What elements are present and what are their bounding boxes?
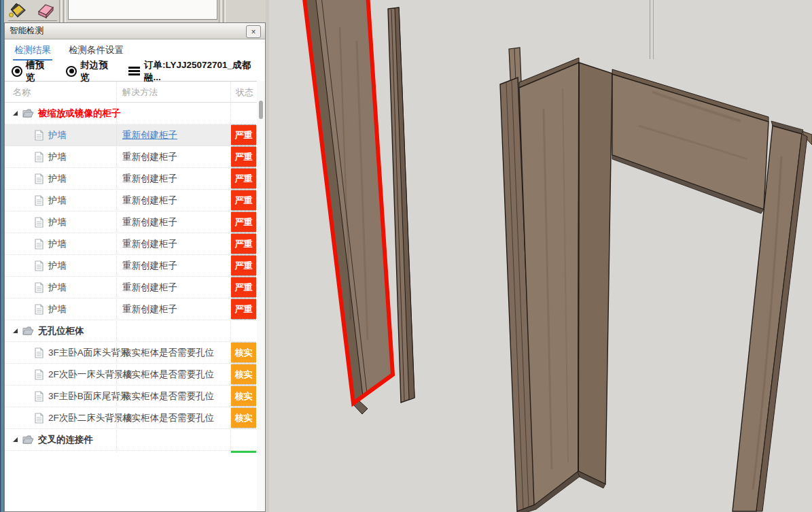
table-row[interactable]: 3F主卧B面床尾背景核实柜体是否需要孔位核实 bbox=[5, 386, 257, 407]
status-badge: 严重 bbox=[231, 124, 256, 146]
solution-action[interactable]: 核实柜体是否需要孔位 bbox=[122, 407, 230, 428]
document-icon bbox=[35, 217, 43, 228]
top-toolbar bbox=[4, 0, 269, 22]
table-row[interactable]: 护墙重新创建柜子严重 bbox=[5, 124, 257, 146]
table-row[interactable]: 3F主卧A面床头背景核实柜体是否需要孔位核实 bbox=[5, 342, 257, 364]
group-name: 被缩放或镜像的柜子 bbox=[38, 107, 121, 120]
document-icon bbox=[35, 173, 43, 184]
solution-action[interactable]: 重新创建柜子 bbox=[122, 255, 230, 276]
folder-icon bbox=[22, 109, 34, 118]
status-badge: 严重 bbox=[231, 146, 256, 167]
item-name: 3F主卧A面床头背景 bbox=[48, 347, 129, 359]
table-row[interactable]: 2F次卧二床头背景墙核实柜体是否需要孔位核实 bbox=[5, 407, 257, 429]
document-icon bbox=[35, 152, 43, 163]
column-header-solution: 解决方法 bbox=[122, 86, 158, 99]
group-row[interactable]: 无孔位柜体 bbox=[5, 320, 257, 342]
solution-action[interactable]: 重新创建柜子 bbox=[122, 146, 230, 167]
scrollbar-track[interactable] bbox=[257, 81, 265, 511]
toolbar-divider bbox=[8, 20, 57, 21]
status-badge: 严重 bbox=[231, 233, 256, 254]
solution-action[interactable]: 重新创建柜子 bbox=[122, 211, 230, 233]
next-status-green-marker bbox=[231, 451, 256, 453]
solution-action[interactable]: 重新创建柜子 bbox=[122, 124, 230, 146]
tab-bar: 检测结果 检测条件设置 bbox=[5, 40, 265, 61]
table-row[interactable]: 护墙重新创建柜子严重 bbox=[5, 211, 257, 233]
order-menu[interactable]: 订单:LYJJ25072701_成都融... bbox=[128, 59, 265, 84]
toolbar-groove bbox=[219, 0, 222, 22]
column-separator bbox=[116, 81, 117, 452]
group-row[interactable]: 被缩放或镜像的柜子 bbox=[5, 103, 257, 124]
table-row[interactable]: 护墙重新创建柜子严重 bbox=[5, 146, 257, 168]
table-header: 名称 解决方法 状态 bbox=[5, 81, 257, 103]
viewport-3d-canvas[interactable] bbox=[269, 0, 812, 512]
folder-icon bbox=[22, 326, 34, 335]
item-name: 2F次卧二床头背景墙 bbox=[48, 412, 133, 424]
viewport-3d[interactable] bbox=[269, 0, 812, 512]
status-badge: 严重 bbox=[231, 168, 256, 189]
status-badge: 核实 bbox=[231, 342, 256, 363]
solution-action[interactable]: 重新创建柜子 bbox=[122, 168, 230, 189]
group-row[interactable]: 交叉的连接件 bbox=[5, 429, 257, 451]
panel-title: 智能检测 bbox=[10, 25, 43, 37]
name-cell: 被缩放或镜像的柜子 bbox=[5, 103, 124, 124]
solution-action[interactable]: 重新创建柜子 bbox=[122, 277, 230, 298]
document-icon bbox=[35, 239, 43, 250]
tree-expand-icon[interactable] bbox=[13, 328, 18, 333]
table-row[interactable]: 护墙重新创建柜子严重 bbox=[5, 277, 257, 298]
item-name: 护墙 bbox=[48, 173, 67, 185]
item-name: 护墙 bbox=[48, 194, 67, 207]
paint-bucket-icon[interactable] bbox=[7, 1, 30, 20]
panel-titlebar[interactable]: 智能检测 × bbox=[5, 23, 265, 39]
table-row[interactable]: 护墙重新创建柜子严重 bbox=[5, 168, 257, 190]
item-name: 护墙 bbox=[48, 303, 67, 315]
document-icon bbox=[35, 195, 43, 206]
solution-action[interactable]: 核实柜体是否需要孔位 bbox=[122, 364, 230, 385]
document-icon bbox=[35, 391, 43, 402]
radio-preview-icon bbox=[66, 66, 77, 77]
edge-preview-button[interactable]: 封边预览 bbox=[66, 59, 116, 84]
status-badge: 核实 bbox=[231, 364, 256, 385]
tree-expand-icon[interactable] bbox=[13, 437, 18, 442]
item-name: 护墙 bbox=[48, 281, 67, 294]
column-header-name: 名称 bbox=[13, 86, 31, 99]
status-badge: 严重 bbox=[231, 190, 256, 211]
document-icon bbox=[35, 130, 43, 141]
radio-preview-icon bbox=[12, 66, 22, 77]
corner-assembly-3d[interactable] bbox=[500, 48, 612, 512]
solution-action[interactable]: 核实柜体是否需要孔位 bbox=[122, 342, 230, 363]
group-name: 无孔位柜体 bbox=[38, 325, 84, 337]
solution-action[interactable]: 重新创建柜子 bbox=[122, 298, 230, 320]
table-row[interactable]: 护墙重新创建柜子严重 bbox=[5, 190, 257, 211]
document-icon bbox=[35, 347, 43, 358]
status-badge: 严重 bbox=[231, 298, 256, 320]
tree-expand-icon[interactable] bbox=[13, 111, 18, 116]
table-row[interactable]: 护墙重新创建柜子严重 bbox=[5, 255, 257, 277]
toolbar-groove bbox=[223, 0, 226, 22]
solution-action[interactable]: 重新创建柜子 bbox=[122, 233, 230, 254]
solution-action[interactable]: 重新创建柜子 bbox=[122, 190, 230, 211]
document-icon bbox=[35, 413, 43, 424]
column-header-status: 状态 bbox=[236, 86, 253, 99]
item-name: 2F次卧一床头背景墙 bbox=[48, 369, 133, 381]
group-name: 交叉的连接件 bbox=[38, 434, 93, 446]
toolbar-panel bbox=[68, 0, 217, 20]
table-row[interactable]: 护墙重新创建柜子严重 bbox=[5, 233, 257, 255]
document-icon bbox=[35, 369, 43, 380]
eraser-icon[interactable] bbox=[34, 1, 57, 20]
table-row[interactable]: 护墙重新创建柜子严重 bbox=[5, 298, 257, 320]
app-window: 智能检测 × 检测结果 检测条件设置 槽预览 封边预览 订单:LYJJ25072… bbox=[0, 0, 812, 512]
table-row[interactable]: 2F次卧一床头背景墙核实柜体是否需要孔位核实 bbox=[5, 364, 257, 386]
close-glyph: × bbox=[251, 28, 255, 36]
close-icon[interactable]: × bbox=[246, 25, 261, 38]
scrollbar-thumb[interactable] bbox=[259, 101, 263, 119]
item-name: 3F主卧B面床尾背景 bbox=[48, 390, 129, 403]
tab-detect-results[interactable]: 检测结果 bbox=[14, 44, 51, 56]
solution-action[interactable]: 核实柜体是否需要孔位 bbox=[122, 386, 230, 407]
document-icon bbox=[35, 304, 43, 315]
name-cell: 无孔位柜体 bbox=[5, 320, 124, 341]
smart-detect-panel: 智能检测 × 检测结果 检测条件设置 槽预览 封边预览 订单:LYJJ25072… bbox=[4, 22, 266, 512]
item-name: 护墙 bbox=[48, 260, 67, 272]
groove-preview-button[interactable]: 槽预览 bbox=[12, 59, 52, 84]
tab-detect-settings[interactable]: 检测条件设置 bbox=[69, 44, 124, 56]
status-badge: 严重 bbox=[231, 211, 256, 233]
